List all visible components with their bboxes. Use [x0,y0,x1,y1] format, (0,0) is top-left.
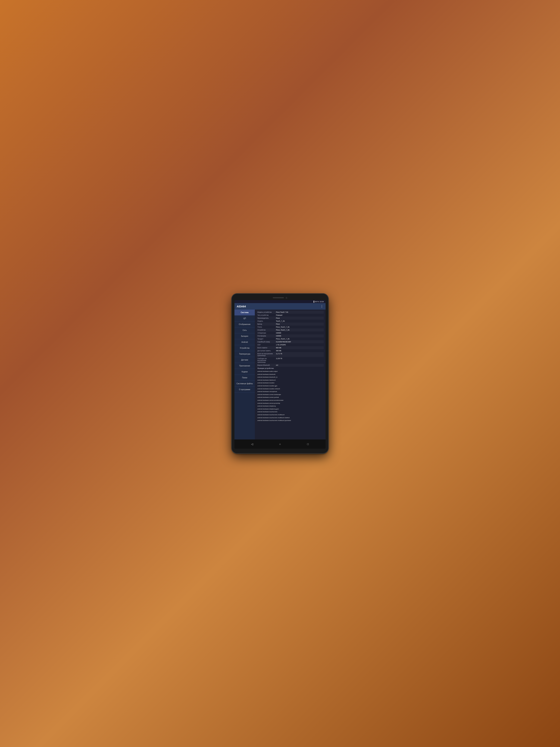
tablet-screen: ▐ 64 % 13:24 AIDA64 ⋮ Система ЦП Отображ… [235,300,325,449]
row-key: Платформа [257,334,275,337]
status-bar: ▐ 64 % 13:24 [235,300,325,303]
tablet-top-bar [235,297,325,299]
sidebar-item-display[interactable]: Отображение [235,321,255,327]
feature-item: android.hardware.location [258,382,323,384]
table-row: ОЗУ1 ГБ LPDDR3 [257,343,324,346]
sidebar-item-devices[interactable]: Устройства [235,345,255,351]
feature-item: android.hardware.bluetooth [258,373,323,376]
feature-item: android.hardware.touchscreen.multitouch.… [258,419,323,422]
row-value: 1 ГБ LPDDR3 [275,343,324,346]
row-key: Бренд [257,323,275,326]
time-display: 13:24 [319,301,324,303]
sidebar-item-android[interactable]: Android [235,339,255,345]
sidebar-item-about[interactable]: О программе [235,387,255,393]
feature-item: android.hardware.telephony.gsm [258,408,323,411]
table-row: МодельTouch_7_3G [257,319,324,323]
status-icons: ▐ 64 % 13:24 [313,301,324,303]
sidebar-item-network[interactable]: Сеть [235,327,255,333]
row-value: Pixus Touch 7 3G [275,311,324,314]
row-value: Pixus_Touch_7_3G [275,337,324,340]
info-table: Модель устройстваPixus Touch 7 3GТип уст… [257,311,324,367]
feature-item: android.hardware.location.gps [258,384,323,387]
table-row: ПродуктPixus_Touch_7_3G [257,337,324,340]
menu-button[interactable]: ⋮ [320,305,323,308]
main-panel: Модель устройстваPixus Touch 7 3GТип уст… [255,310,325,439]
sidebar-item-codecs[interactable]: Кодеки [235,369,255,375]
feature-item: android.hardware.telephony [258,405,323,408]
sidebar-item-cpu[interactable]: ЦП [235,315,255,321]
table-row: Всего во внутреннем хранилище11,71 ГБ [257,352,324,357]
feature-item: android.hardware.sensor.proximity [258,402,323,405]
home-button[interactable]: ○ [277,441,283,447]
table-row: Свободно во внутреннем хранилище11,55 ГБ [257,357,324,364]
row-key: Свободно во внутреннем хранилище [257,357,275,364]
feature-item: android.hardware.touchscreen.multitouch [258,413,323,416]
battery-status: 64 % [315,301,319,303]
features-label: Функции устройства: [257,367,324,369]
table-row: ПроизводительPixus [257,317,324,319]
sidebar-item-temp[interactable]: Температура [235,351,255,357]
feature-item: android.hardware.faketouch [258,379,323,382]
feature-item: android.hardware.audio.output [258,370,323,373]
table-row: Версия Bluetooth4.0 [257,364,324,367]
row-key: Всего во внутреннем хранилище [257,352,275,357]
tablet-speaker [273,297,284,298]
tablet-device: ▐ 64 % 13:24 AIDA64 ⋮ Система ЦП Отображ… [232,294,328,453]
table-row: Платформаmt6580 [257,334,324,337]
table-row: Модель устройстваPixus Touch 7 3G [257,311,324,314]
app-body: Система ЦП Отображение Сеть Батарея Andr… [235,310,325,439]
feature-item: android.hardware.sensor.accelerometer [258,399,323,402]
sidebar-item-sysfiles[interactable]: Системные файлы [235,381,255,387]
sidebar-item-apps[interactable]: Приложения [235,363,255,369]
table-row: БрендPixus [257,323,324,326]
app-header: AIDA64 ⋮ [235,303,325,310]
feature-item: android.hardware.touchscreen.multitouch.… [258,416,323,419]
sidebar-item-battery[interactable]: Батарея [235,333,255,339]
back-button[interactable]: ◁ [249,441,255,447]
table-row: ПлатаPixus_Touch_7_3G [257,326,324,329]
row-value: 11,71 ГБ [275,352,324,357]
sidebar: Система ЦП Отображение Сеть Батарея Andr… [235,310,255,439]
recent-button[interactable]: □ [305,441,311,447]
row-value: 11,55 ГБ [275,357,324,364]
row-value: 0123456789ABCDEF [275,340,324,343]
table-row: Серийный номер0123456789ABCDEF [257,340,324,343]
row-key: Тип устройства [257,314,275,317]
app-title: AIDA64 [237,305,246,308]
row-key: Плата [257,326,275,329]
table-row: Аппаратураmt6580 [257,331,324,334]
sidebar-item-sistema[interactable]: Система [235,310,255,315]
tablet-camera [286,297,287,299]
nav-bar: ◁ ○ □ [235,439,325,449]
row-value: Touch_7_3G [275,319,324,323]
signal-icon: ▐ [313,301,314,303]
row-key: Аппаратура [257,331,275,334]
row-value: mt6580 [275,334,324,337]
row-key: Доступная память [257,349,275,352]
row-key: ОЗУ [257,343,275,346]
row-key: Модель устройства [257,311,275,314]
feature-item: android.hardware.bluetooth_le [258,376,323,379]
row-value: 490 МБ [275,349,324,352]
row-key: Всего памяти [257,346,275,349]
features-list: android.hardware.audio.outputandroid.har… [257,369,324,422]
row-key: Версия Bluetooth [257,364,275,367]
row-value: mt6580 [275,331,324,334]
row-value: 4.0 [275,364,324,367]
sidebar-item-folders[interactable]: Папки [235,375,255,381]
row-value: Pixus [275,323,324,326]
feature-item: android.hardware.microphone [258,390,323,393]
row-key: Продукт [257,337,275,340]
row-key: Модель [257,319,275,323]
table-row: Всего памяти960 МБ [257,346,324,349]
row-key: Устройство [257,329,275,331]
row-value: Pixus [275,317,324,319]
row-value: Планшет [275,314,324,317]
row-value: 960 МБ [275,346,324,349]
sidebar-item-sensors[interactable]: Датчики [235,357,255,363]
row-value: Pixus_Touch_7_3G [275,329,324,331]
feature-item: android.hardware.screen.portrait [258,396,323,399]
feature-item: android.hardware.screen.landscape [258,393,323,396]
row-value: Pixus_Touch_7_3G [275,326,324,329]
table-row: Тип устройстваПланшет [257,314,324,317]
